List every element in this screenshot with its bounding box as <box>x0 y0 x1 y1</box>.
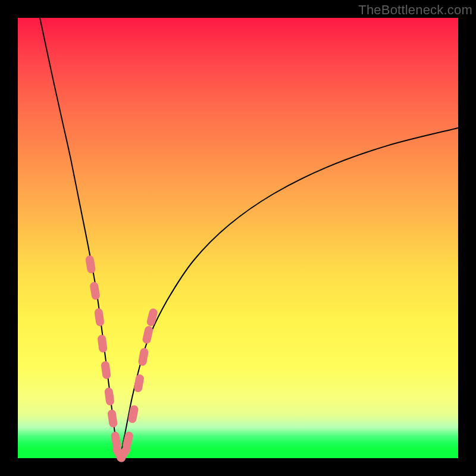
marker-point <box>107 409 118 428</box>
marker-point <box>142 325 154 345</box>
bottleneck-curve <box>40 18 458 458</box>
curve-svg <box>18 18 458 458</box>
marker-point <box>85 255 96 274</box>
marker-point <box>146 308 158 327</box>
plot-area <box>18 18 458 458</box>
marker-point <box>94 308 105 327</box>
marker-point <box>137 347 149 367</box>
marker-point <box>104 387 115 406</box>
chart-frame: TheBottleneck.com <box>0 0 476 476</box>
marker-point <box>133 374 145 393</box>
marker-point <box>101 361 111 380</box>
marker-point <box>97 334 108 353</box>
watermark-text: TheBottleneck.com <box>358 2 472 18</box>
curve-group <box>40 18 458 458</box>
marker-point <box>127 405 139 424</box>
marker-point <box>89 281 101 300</box>
markers-group <box>85 255 158 464</box>
